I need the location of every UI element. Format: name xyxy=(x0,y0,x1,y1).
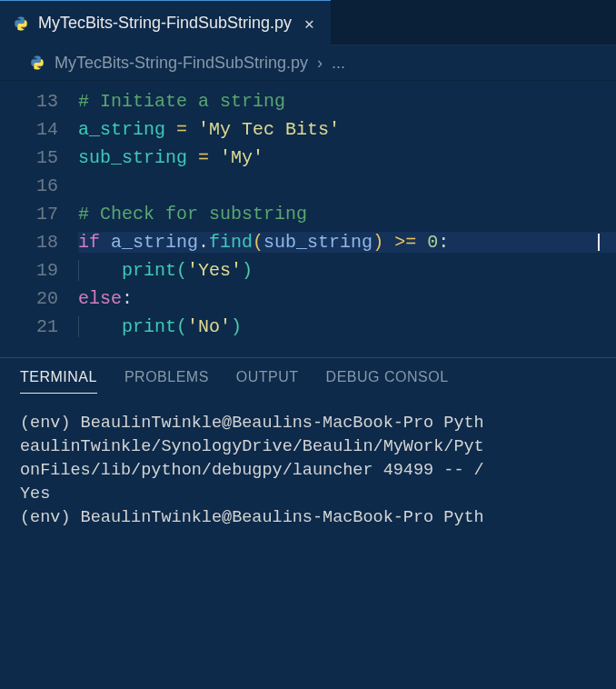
line-number: 21 xyxy=(0,316,78,337)
code-content: print('Yes') xyxy=(78,260,616,281)
panel-tab-bar: TERMINALPROBLEMSOUTPUTDEBUG CONSOL xyxy=(0,358,616,394)
line-number: 19 xyxy=(0,260,78,281)
code-line[interactable]: 18if a_string.find(sub_string) >= 0: xyxy=(0,228,616,256)
code-line[interactable]: 17# Check for substring xyxy=(0,200,616,228)
terminal-line: onFiles/lib/python/debugpy/launcher 4949… xyxy=(20,459,596,483)
code-content: # Check for substring xyxy=(78,204,616,225)
panel-tab-terminal[interactable]: TERMINAL xyxy=(20,369,97,394)
terminal-output[interactable]: (env) BeaulinTwinkle@Beaulins-MacBook-Pr… xyxy=(0,394,616,548)
bottom-panel: TERMINALPROBLEMSOUTPUTDEBUG CONSOL (env)… xyxy=(0,357,616,619)
editor-tab[interactable]: MyTecBits-String-FindSubString.py ✕ xyxy=(0,0,331,45)
tab-bar-filler xyxy=(331,0,616,45)
code-content: print('No') xyxy=(78,316,616,337)
python-file-icon xyxy=(13,15,29,32)
code-content: a_string = 'My Tec Bits' xyxy=(78,119,616,140)
line-number: 17 xyxy=(0,204,78,225)
line-number: 16 xyxy=(0,175,78,196)
line-number: 15 xyxy=(0,147,78,168)
breadcrumb-separator: › xyxy=(317,54,323,73)
line-number: 13 xyxy=(0,91,78,112)
panel-tab-problems[interactable]: PROBLEMS xyxy=(124,369,209,394)
line-number: 14 xyxy=(0,119,78,140)
panel-tab-output[interactable]: OUTPUT xyxy=(236,369,299,394)
breadcrumb[interactable]: MyTecBits-String-FindSubString.py › ... xyxy=(0,45,616,80)
code-line[interactable]: 20else: xyxy=(0,285,616,313)
code-content: if a_string.find(sub_string) >= 0: xyxy=(78,232,616,253)
code-line[interactable]: 13# Initiate a string xyxy=(0,87,616,115)
line-number: 20 xyxy=(0,288,78,309)
code-line[interactable]: 16 xyxy=(0,172,616,200)
code-line[interactable]: 14a_string = 'My Tec Bits' xyxy=(0,115,616,144)
breadcrumb-filename: MyTecBits-String-FindSubString.py xyxy=(55,54,308,73)
editor-tab-bar: MyTecBits-String-FindSubString.py ✕ xyxy=(0,0,616,45)
python-file-icon xyxy=(29,55,45,71)
terminal-line: Yes xyxy=(20,483,596,506)
code-content: sub_string = 'My' xyxy=(78,147,616,168)
breadcrumb-ellipsis: ... xyxy=(332,54,345,73)
terminal-line: eaulinTwinkle/SynologyDrive/Beaulin/MyWo… xyxy=(20,435,596,459)
terminal-line: (env) BeaulinTwinkle@Beaulins-MacBook-Pr… xyxy=(20,412,596,435)
terminal-line: (env) BeaulinTwinkle@Beaulins-MacBook-Pr… xyxy=(20,506,596,530)
panel-tab-debug-consol[interactable]: DEBUG CONSOL xyxy=(326,369,449,394)
tab-filename: MyTecBits-String-FindSubString.py xyxy=(38,14,292,33)
close-tab-icon[interactable]: ✕ xyxy=(301,12,318,35)
code-content: else: xyxy=(78,288,616,309)
code-editor[interactable]: 13# Initiate a string14a_string = 'My Te… xyxy=(0,80,616,357)
code-line[interactable]: 21 print('No') xyxy=(0,313,616,341)
line-number: 18 xyxy=(0,232,78,253)
code-line[interactable]: 19 print('Yes') xyxy=(0,256,616,285)
code-content: # Initiate a string xyxy=(78,91,616,112)
code-line[interactable]: 15sub_string = 'My' xyxy=(0,144,616,172)
